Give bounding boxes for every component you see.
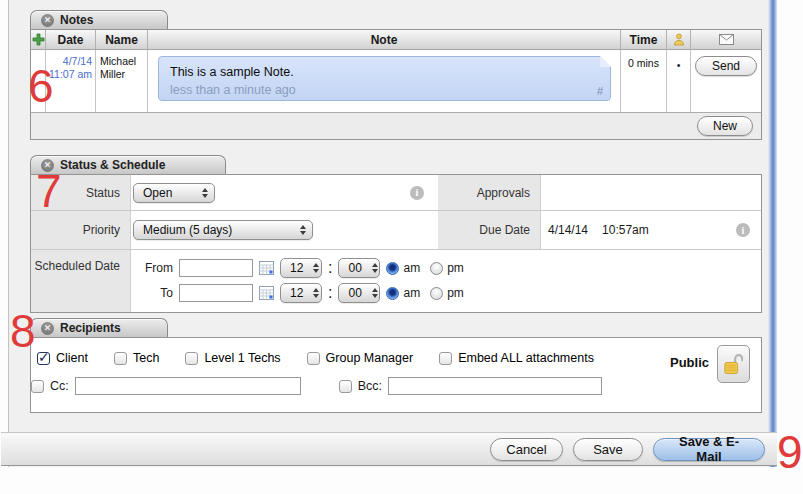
- time-colon: :: [328, 284, 332, 302]
- status-row: Status Open i Approvals: [31, 175, 761, 211]
- client-checkbox[interactable]: [37, 352, 50, 365]
- status-select[interactable]: Open: [133, 183, 215, 203]
- approvals-content: [541, 175, 761, 210]
- group-manager-label: Group Manager: [326, 351, 414, 365]
- priority-select[interactable]: Medium (5 days): [133, 220, 313, 240]
- col-header-person[interactable]: [667, 30, 691, 49]
- bcc-input[interactable]: [388, 377, 602, 395]
- to-pm-radio[interactable]: [430, 287, 443, 300]
- vertical-scrollbar[interactable]: [768, 0, 777, 467]
- cancel-button[interactable]: Cancel: [490, 438, 563, 461]
- recipient-group-manager[interactable]: Group Manager: [307, 351, 414, 365]
- bcc-checkbox[interactable]: [339, 380, 352, 393]
- note-visibility-dot: •: [667, 50, 691, 112]
- tab-notes-label: Notes: [60, 13, 93, 27]
- status-value: Open: [143, 186, 172, 200]
- scheduled-from-line: From 12 : 00: [137, 258, 761, 278]
- from-pm-radio[interactable]: [430, 262, 443, 275]
- due-date-content: 4/14/14 10:57am i: [541, 211, 761, 249]
- to-date-input[interactable]: [179, 284, 253, 302]
- info-icon[interactable]: i: [410, 186, 424, 200]
- annotation-7: 7: [36, 168, 62, 214]
- minute-value: 00: [348, 286, 361, 300]
- calendar-icon[interactable]: [259, 286, 274, 300]
- cc-bcc-row: Cc: Bcc:: [31, 377, 602, 395]
- note-bubble[interactable]: This is a sample Note. less than a minut…: [158, 56, 611, 101]
- public-lock-button[interactable]: [717, 345, 750, 383]
- approvals-label: Approvals: [438, 175, 541, 210]
- note-cell: This is a sample Note. less than a minut…: [148, 50, 621, 112]
- cc-label: Cc:: [50, 379, 69, 393]
- save-and-email-button[interactable]: Save & E-Mail: [653, 438, 765, 461]
- from-am-radio[interactable]: [386, 262, 399, 275]
- col-header-email[interactable]: [691, 30, 761, 49]
- time-colon: :: [328, 259, 332, 277]
- recipients-panel: Client Tech Level 1 Techs Group Manager …: [30, 337, 762, 413]
- bcc-label: Bcc:: [358, 379, 382, 393]
- to-am-radio[interactable]: [386, 287, 399, 300]
- notes-table-header: Date Name Note Time: [31, 30, 761, 50]
- info-icon[interactable]: i: [736, 223, 750, 237]
- tech-label: Tech: [133, 351, 159, 365]
- send-button[interactable]: Send: [695, 56, 757, 76]
- col-header-time[interactable]: Time: [621, 30, 667, 49]
- tab-recipients-label: Recipients: [60, 321, 121, 335]
- embed-attachments-checkbox[interactable]: [439, 352, 452, 365]
- new-note-button[interactable]: New: [697, 116, 753, 136]
- am-label: am: [403, 286, 420, 300]
- envelope-icon: [719, 34, 734, 45]
- hour-value: 12: [290, 261, 303, 275]
- save-button[interactable]: Save: [573, 438, 643, 461]
- am-label: am: [403, 261, 420, 275]
- embed-attachments[interactable]: Embed ALL attachments: [439, 351, 594, 365]
- from-minute-stepper[interactable]: 00: [338, 258, 380, 278]
- stepper-arrows-icon: [303, 288, 319, 298]
- calendar-icon[interactable]: [259, 261, 274, 275]
- level1-techs-label: Level 1 Techs: [204, 351, 280, 365]
- author-last-name: Miller: [100, 68, 147, 81]
- tab-recipients[interactable]: Recipients: [30, 318, 168, 337]
- unlocked-padlock-icon: [724, 350, 743, 379]
- scheduled-to-line: To 12 : 00: [137, 283, 761, 303]
- plus-icon: [32, 33, 45, 46]
- recipient-client[interactable]: Client: [37, 351, 88, 365]
- cc-input[interactable]: [75, 377, 301, 395]
- from-label: From: [137, 261, 173, 275]
- col-header-note[interactable]: Note: [148, 30, 621, 49]
- due-date-label: Due Date: [438, 211, 541, 249]
- close-icon[interactable]: [41, 322, 54, 335]
- pm-label: pm: [447, 286, 464, 300]
- priority-content: Medium (5 days): [131, 211, 438, 249]
- group-manager-checkbox[interactable]: [307, 352, 320, 365]
- col-header-date[interactable]: Date: [46, 30, 96, 49]
- note-hash[interactable]: #: [597, 85, 603, 97]
- tech-checkbox[interactable]: [114, 352, 127, 365]
- due-time-value: 10:57am: [602, 223, 649, 237]
- embed-attachments-label: Embed ALL attachments: [458, 351, 594, 365]
- action-bar: Cancel Save Save & E-Mail: [1, 432, 777, 466]
- scheduled-date-row: Scheduled Date From 12 :: [31, 250, 761, 312]
- recipient-level1-techs[interactable]: Level 1 Techs: [185, 351, 280, 365]
- cc-checkbox[interactable]: [31, 380, 44, 393]
- tab-notes[interactable]: Notes: [30, 10, 168, 29]
- add-note-button[interactable]: [31, 30, 46, 49]
- note-author: Michael Miller: [96, 50, 148, 112]
- from-hour-stepper[interactable]: 12: [280, 258, 322, 278]
- col-header-name[interactable]: Name: [96, 30, 148, 49]
- hour-value: 12: [290, 286, 303, 300]
- recipient-tech[interactable]: Tech: [114, 351, 159, 365]
- minute-value: 00: [348, 261, 361, 275]
- to-minute-stepper[interactable]: 00: [338, 283, 380, 303]
- recipients-checkbox-row: Client Tech Level 1 Techs Group Manager …: [37, 351, 594, 365]
- stepper-arrows-icon: [362, 263, 378, 273]
- stepper-arrows-icon: [362, 288, 378, 298]
- to-hour-stepper[interactable]: 12: [280, 283, 322, 303]
- priority-value: Medium (5 days): [143, 223, 232, 237]
- close-icon[interactable]: [41, 14, 54, 27]
- annotation-6: 6: [28, 63, 54, 109]
- priority-row: Priority Medium (5 days) Due Date 4/14/1…: [31, 211, 761, 250]
- from-date-input[interactable]: [179, 259, 253, 277]
- ticket-detail-page: Notes Date Name Note Time: [0, 0, 803, 494]
- dropdown-arrows-icon: [192, 188, 208, 198]
- level1-techs-checkbox[interactable]: [185, 352, 198, 365]
